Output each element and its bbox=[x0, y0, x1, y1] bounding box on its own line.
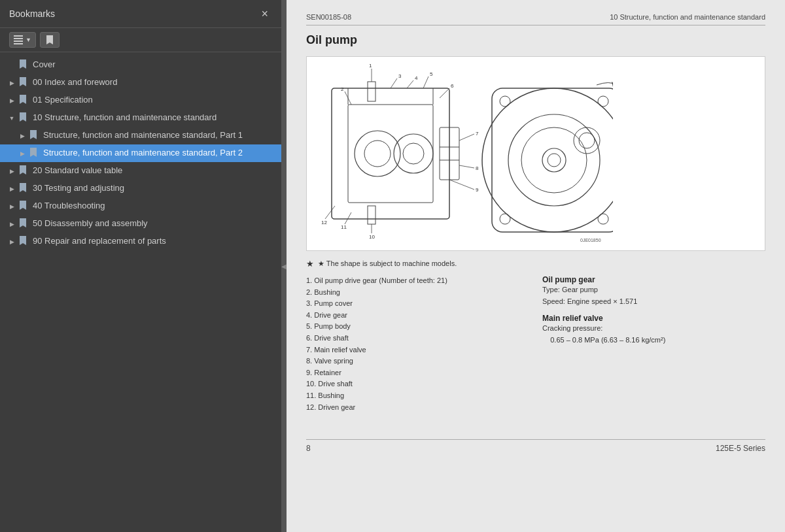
spec-title-relief-valve: Main relief valve bbox=[542, 314, 765, 323]
sidebar-item-50-disassembly[interactable]: 50 Disassembly and assembly bbox=[0, 215, 281, 233]
bookmark-icon-20 bbox=[18, 165, 29, 176]
bookmark-icon-01 bbox=[18, 95, 29, 106]
sidebar-item-20-standard[interactable]: 20 Standard value table bbox=[0, 162, 281, 180]
toggle-20-standard[interactable] bbox=[7, 167, 17, 175]
toggle-30-testing[interactable] bbox=[7, 185, 17, 192]
svg-text:1: 1 bbox=[369, 63, 372, 69]
svg-point-8 bbox=[394, 134, 433, 173]
spec-line-type: Type: Gear pump bbox=[542, 284, 765, 296]
svg-text:6: 6 bbox=[451, 83, 454, 89]
svg-line-33 bbox=[449, 180, 474, 190]
bookmark-icon-button[interactable] bbox=[40, 32, 60, 48]
sidebar-item-label-10-part1: Structure, function and maintenance stan… bbox=[43, 130, 275, 141]
spec-group-relief-valve: Main relief valve Cracking pressure: 0.6… bbox=[542, 314, 765, 346]
part-8: 8. Valve spring bbox=[306, 356, 529, 367]
diagram-note: ★ ★ The shape is subject to machine mode… bbox=[306, 259, 765, 269]
svg-text:5: 5 bbox=[430, 71, 433, 77]
part-1: 1. Oil pump drive gear (Number of teeth:… bbox=[306, 275, 529, 287]
spec-group-pump-gear: Oil pump gear Type: Gear pump Speed: Eng… bbox=[542, 275, 765, 307]
sidebar-item-label-10: 10 Structure, function and maintenance s… bbox=[33, 112, 275, 124]
svg-line-31 bbox=[459, 165, 474, 168]
toggle-10-part1[interactable] bbox=[17, 132, 27, 139]
bookmark-icon-10-part1 bbox=[29, 130, 39, 141]
bookmark-icon-90 bbox=[18, 236, 29, 247]
sidebar-item-00-index[interactable]: 00 Index and foreword bbox=[0, 74, 281, 91]
svg-point-52 bbox=[579, 133, 595, 148]
sidebar-item-label-01: 01 Specification bbox=[33, 95, 275, 106]
sidebar-title: Bookmarks bbox=[9, 8, 55, 19]
diagram-note-text: ★ The shape is subject to machine models… bbox=[318, 259, 457, 268]
svg-text:8: 8 bbox=[476, 165, 479, 171]
sidebar-item-90-repair[interactable]: 90 Repair and replacement of parts bbox=[0, 233, 281, 250]
svg-point-7 bbox=[364, 141, 391, 167]
dropdown-arrow: ▼ bbox=[26, 37, 31, 43]
spec-line-cracking: Cracking pressure: bbox=[542, 323, 765, 335]
toggle-10-part2[interactable] bbox=[17, 150, 27, 157]
part-3: 3. Pump cover bbox=[306, 298, 529, 310]
sidebar-item-40-trouble[interactable]: 40 Troubleshooting bbox=[0, 197, 281, 215]
svg-rect-3 bbox=[14, 43, 23, 44]
bookmark-icon-10-part2 bbox=[29, 148, 39, 159]
part-2: 2. Bushing bbox=[306, 287, 529, 299]
svg-line-27 bbox=[440, 88, 449, 98]
svg-line-29 bbox=[459, 134, 474, 141]
sidebar-item-label-cover: Cover bbox=[33, 59, 275, 71]
parts-list: 1. Oil pump drive gear (Number of teeth:… bbox=[306, 275, 529, 413]
svg-rect-1 bbox=[14, 38, 23, 39]
sidebar-toolbar: ▼ bbox=[0, 28, 281, 52]
spec-line-cracking-value: 0.65 – 0.8 MPa (6.63 – 8.16 kg/cm²) bbox=[542, 335, 765, 346]
svg-line-23 bbox=[407, 80, 413, 88]
svg-point-48 bbox=[521, 127, 587, 193]
parts-specs: Oil pump gear Type: Gear pump Speed: Eng… bbox=[542, 275, 765, 413]
close-button[interactable]: × bbox=[257, 7, 272, 21]
toggle-50-disassembly[interactable] bbox=[7, 220, 17, 227]
list-icon bbox=[14, 35, 24, 45]
oil-pump-diagram: 1 2 3 4 5 6 7 8 9 12 bbox=[312, 62, 613, 245]
svg-rect-2 bbox=[14, 41, 23, 42]
sidebar-item-10-structure[interactable]: 10 Structure, function and maintenance s… bbox=[0, 109, 281, 127]
svg-rect-11 bbox=[368, 206, 375, 224]
bookmark-icon-10 bbox=[18, 112, 29, 124]
resize-handle[interactable]: ◀ bbox=[281, 0, 287, 532]
toggle-40-trouble[interactable] bbox=[7, 203, 17, 210]
sidebar-item-10-part1[interactable]: Structure, function and maintenance stan… bbox=[0, 127, 281, 144]
toggle-01-spec[interactable] bbox=[7, 97, 17, 104]
sidebar: Bookmarks × ▼ Cover bbox=[0, 0, 281, 532]
svg-text:3: 3 bbox=[398, 73, 402, 79]
svg-text:2: 2 bbox=[341, 86, 344, 92]
sidebar-item-label-30: 30 Testing and adjusting bbox=[33, 183, 275, 194]
spec-title-pump-gear: Oil pump gear bbox=[542, 275, 765, 284]
sidebar-item-label-20: 20 Standard value table bbox=[33, 165, 275, 176]
toggle-10-structure[interactable] bbox=[7, 114, 17, 122]
sidebar-item-label-90: 90 Repair and replacement of parts bbox=[33, 236, 275, 247]
sidebar-item-01-spec[interactable]: 01 Specification bbox=[0, 91, 281, 109]
svg-point-46 bbox=[598, 214, 608, 224]
sidebar-item-cover[interactable]: Cover bbox=[0, 56, 281, 74]
list-view-button[interactable]: ▼ bbox=[9, 32, 36, 48]
toggle-90-repair[interactable] bbox=[7, 238, 17, 245]
svg-point-49 bbox=[542, 148, 566, 172]
svg-point-45 bbox=[500, 214, 510, 224]
sidebar-item-label-10-part2: Structure, function and maintenance stan… bbox=[43, 148, 275, 159]
svg-text:0JE01850: 0JE01850 bbox=[580, 238, 601, 242]
svg-marker-53 bbox=[612, 82, 613, 87]
spec-line-speed: Speed: Engine speed × 1.571 bbox=[542, 296, 765, 308]
sidebar-item-label-00: 00 Index and foreword bbox=[33, 77, 275, 88]
sidebar-item-30-testing[interactable]: 30 Testing and adjusting bbox=[0, 180, 281, 197]
svg-text:12: 12 bbox=[321, 220, 327, 225]
diagram-container: 1 2 3 4 5 6 7 8 9 12 bbox=[306, 56, 765, 251]
svg-rect-0 bbox=[14, 35, 23, 37]
bookmark-icon-00 bbox=[18, 77, 29, 88]
sidebar-header: Bookmarks × bbox=[0, 0, 281, 28]
footer-series: 125E-5 Series bbox=[716, 444, 765, 453]
svg-point-47 bbox=[508, 114, 600, 206]
toggle-00-index[interactable] bbox=[7, 79, 17, 86]
part-4: 4. Drive gear bbox=[306, 310, 529, 322]
main-content: SEN00185-08 10 Structure, function and m… bbox=[287, 0, 785, 532]
svg-point-43 bbox=[500, 96, 510, 107]
svg-text:7: 7 bbox=[476, 131, 479, 137]
part-9: 9. Retainer bbox=[306, 367, 529, 379]
svg-rect-42 bbox=[492, 88, 613, 232]
doc-footer: 8 125E-5 Series bbox=[306, 439, 765, 453]
sidebar-item-10-part2[interactable]: Structure, function and maintenance stan… bbox=[0, 144, 281, 162]
